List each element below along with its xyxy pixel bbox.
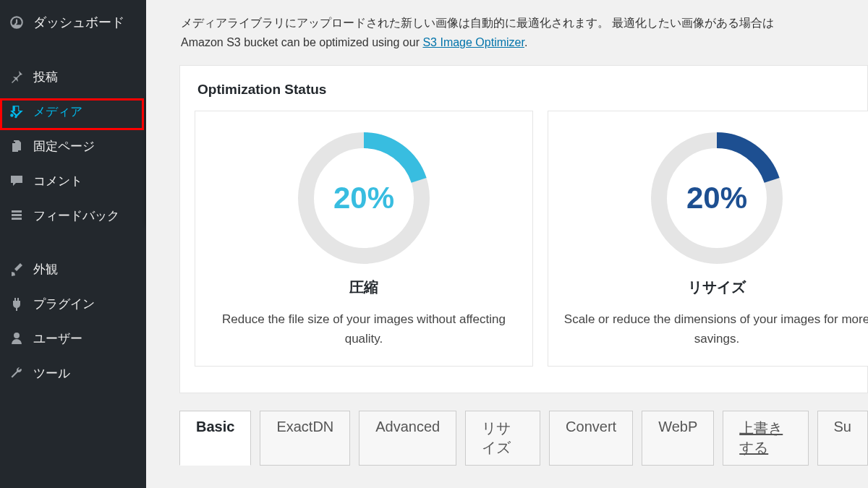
s3-optimizer-link[interactable]: S3 Image Optimizer: [422, 36, 524, 48]
pages-icon: [9, 138, 25, 154]
svg-point-1: [14, 116, 17, 118]
tab-advanced[interactable]: Advanced: [359, 411, 456, 466]
svg-point-0: [10, 114, 13, 116]
main-content: メディアライブラリにアップロードされた新しい画像は自動的に最適化されます。 最適…: [146, 0, 868, 488]
sidebar-item-label: ツール: [33, 365, 70, 382]
tab-webp[interactable]: WebP: [642, 411, 714, 466]
sidebar-item-label: 外観: [33, 261, 58, 278]
sidebar-item-pages[interactable]: 固定ページ: [0, 129, 146, 163]
sidebar-item-dashboard[interactable]: ダッシュボード: [0, 0, 146, 40]
wrench-icon: [9, 365, 25, 381]
sidebar-item-label: フィードバック: [33, 207, 119, 224]
sidebar-item-feedback[interactable]: フィードバック: [0, 198, 146, 233]
form-icon: [9, 207, 25, 223]
intro-line2a: Amazon S3 bucket can be optimized using …: [181, 36, 422, 48]
sidebar-item-comments[interactable]: コメント: [0, 163, 146, 198]
tab-resize[interactable]: リサイズ: [465, 411, 540, 466]
pin-icon: [9, 69, 25, 85]
tab-convert[interactable]: Convert: [549, 411, 633, 466]
intro-line1: メディアライブラリにアップロードされた新しい画像は自動的に最適化されます。 最適…: [181, 17, 774, 29]
sidebar-item-users[interactable]: ユーザー: [0, 321, 146, 356]
user-icon: [9, 330, 25, 346]
sidebar-item-label: コメント: [33, 173, 82, 189]
resize-ring-chart: 20%: [644, 126, 789, 270]
compress-card: 20% 圧縮 Reduce the file size of your imag…: [195, 111, 533, 367]
compress-desc: Reduce the file size of your images with…: [210, 310, 518, 348]
compress-title: 圧縮: [210, 278, 518, 297]
resize-card: 20% リサイズ Scale or reduce the dimensions …: [548, 111, 868, 367]
intro-text: メディアライブラリにアップロードされた新しい画像は自動的に最適化されます。 最適…: [181, 13, 864, 52]
intro-line2b: .: [524, 36, 527, 48]
resize-desc: Scale or reduce the dimensions of your i…: [563, 310, 868, 348]
media-icon: [9, 103, 25, 119]
sidebar-item-label: 固定ページ: [33, 138, 95, 155]
resize-title: リサイズ: [563, 278, 868, 297]
tab-basic[interactable]: Basic: [179, 411, 251, 466]
sidebar-item-tools[interactable]: ツール: [0, 356, 146, 390]
tab-exactdn[interactable]: ExactDN: [260, 411, 350, 466]
sidebar-item-label: ユーザー: [33, 330, 82, 347]
tab-support[interactable]: Su: [817, 411, 868, 466]
compress-ring-chart: 20%: [292, 126, 436, 270]
sidebar-item-posts[interactable]: 投稿: [0, 59, 146, 94]
status-cards: 20% 圧縮 Reduce the file size of your imag…: [195, 111, 853, 367]
comment-icon: [9, 173, 25, 189]
compress-percent: 20%: [292, 126, 436, 270]
panel-title: Optimization Status: [197, 82, 853, 98]
sidebar-item-label: プラグイン: [33, 296, 95, 312]
sidebar-item-label: 投稿: [33, 69, 58, 85]
optimization-panel: Optimization Status 20% 圧縮 Reduce the fi…: [179, 65, 868, 393]
sidebar-item-appearance[interactable]: 外観: [0, 252, 146, 286]
plug-icon: [9, 296, 25, 312]
sidebar-item-media[interactable]: メディア: [0, 94, 146, 129]
brush-icon: [9, 261, 25, 277]
gauge-icon: [9, 14, 25, 30]
sidebar-item-label: ダッシュボード: [33, 14, 124, 31]
sidebar-item-plugins[interactable]: プラグイン: [0, 286, 146, 321]
tab-overwrite[interactable]: 上書きする: [723, 411, 808, 466]
admin-sidebar: ダッシュボード 投稿 メディア 固定ページ コメント フィードバック: [0, 0, 146, 488]
sidebar-item-label: メディア: [33, 103, 82, 120]
settings-tabs: Basic ExactDN Advanced リサイズ Convert WebP…: [179, 411, 868, 466]
resize-percent: 20%: [644, 126, 789, 270]
